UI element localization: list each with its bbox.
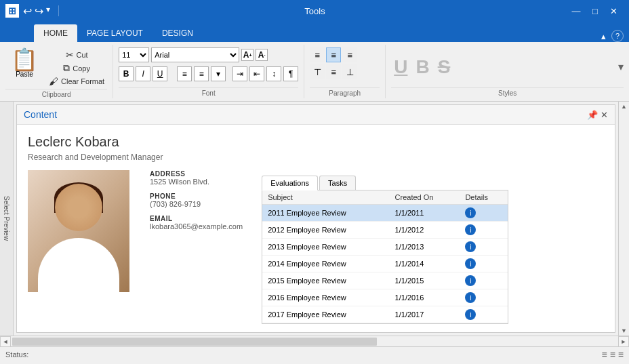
align-vmid-button[interactable]: ≡	[326, 64, 341, 79]
table-row[interactable]: 2011 Employee Review1/1/2011i	[262, 205, 508, 222]
horizontal-scrollbar[interactable]: ◄ ►	[0, 336, 629, 346]
sort-button[interactable]: ↕	[266, 66, 281, 81]
h-scroll-thumb[interactable]	[12, 338, 377, 346]
contact-job-title: Research and Development Manager	[28, 153, 604, 162]
align-left-button[interactable]: ≡	[310, 47, 325, 62]
scroll-up-arrow[interactable]: ▲	[620, 102, 629, 111]
address-block: ADDRESS 1525 Wilson Blvd.	[150, 170, 243, 186]
info-icon[interactable]: i	[465, 309, 476, 320]
contact-details: ADDRESS 1525 Wilson Blvd. PHONE (703) 82…	[28, 170, 604, 329]
view-normal-icon[interactable]: ≡	[601, 349, 607, 360]
row-details: i	[460, 272, 508, 289]
copy-button[interactable]: ⧉ Copy	[46, 62, 107, 75]
help-icon[interactable]: ?	[611, 30, 624, 42]
row-subject: 2015 Employee Review	[262, 272, 389, 289]
quickaccess-dropdown-icon[interactable]: ▾	[46, 5, 50, 18]
tab-page-layout[interactable]: PAGE LAYOUT	[77, 24, 153, 42]
vertical-scrollbar[interactable]: ▲ ▼	[618, 102, 629, 336]
tab-evaluations[interactable]: Evaluations	[262, 176, 318, 190]
close-button[interactable]: ✕	[605, 1, 624, 20]
paragraph-group-label: Paragraph	[310, 87, 380, 98]
font-row-1: 11 Arial A+ A-	[119, 47, 268, 62]
list-bullet-button[interactable]: ≡	[177, 66, 192, 81]
ribbon-minimize-icon[interactable]: ▴	[601, 31, 606, 41]
ribbon-help-area: ▴ ?	[601, 30, 629, 42]
maximize-button[interactable]: □	[586, 1, 605, 20]
clear-format-icon: 🖌	[49, 76, 58, 87]
undo-icon[interactable]: ↩	[23, 5, 32, 18]
scroll-left-arrow[interactable]: ◄	[0, 336, 11, 347]
font-grow-button[interactable]: A+	[241, 49, 253, 61]
content-panel: Content 📌 ✕ Leclerc Kobara Research and …	[16, 104, 615, 333]
col-details: Details	[460, 190, 508, 205]
clipboard-group-label: Clipboard	[5, 89, 107, 100]
info-icon[interactable]: i	[465, 224, 476, 235]
table-row[interactable]: 2015 Employee Review1/1/2015i	[262, 272, 508, 289]
bold-button[interactable]: B	[119, 66, 134, 81]
align-right-button[interactable]: ≡	[342, 47, 357, 62]
styles-more-button[interactable]: ▾	[618, 60, 624, 73]
clipboard-side-buttons: ✂ Cut ⧉ Copy 🖌 Clear Format	[46, 47, 107, 87]
quick-access-toolbar: ↩ ↪ ▾	[23, 5, 50, 18]
pin-button[interactable]: 📌	[587, 110, 598, 120]
table-row[interactable]: 2014 Employee Review1/1/2014i	[262, 256, 508, 272]
align-top-button[interactable]: ⊤	[310, 64, 325, 79]
list-dropdown-button[interactable]: ▾	[211, 66, 226, 81]
list-number-button[interactable]: ≡	[194, 66, 209, 81]
style-s[interactable]: S	[435, 56, 453, 78]
info-icon[interactable]: i	[465, 292, 476, 303]
style-b[interactable]: B	[413, 56, 432, 78]
font-face-select[interactable]: Arial	[151, 47, 239, 62]
tab-home[interactable]: HOME	[34, 24, 77, 42]
tab-design[interactable]: DESIGN	[153, 24, 203, 42]
cut-button[interactable]: ✂ Cut	[46, 49, 107, 61]
table-row[interactable]: 2017 Employee Review1/1/2017i	[262, 306, 508, 323]
row-created-on: 1/1/2011	[390, 205, 460, 222]
row-created-on: 1/1/2015	[390, 272, 460, 289]
underline-button[interactable]: U	[153, 66, 167, 81]
view-reading-icon[interactable]: ≡	[610, 349, 615, 360]
styles-group: U B S ▾ Styles	[386, 45, 629, 98]
email-label: EMAIL	[150, 215, 243, 222]
font-size-select[interactable]: 11	[119, 47, 149, 62]
view-web-icon[interactable]: ≡	[618, 349, 624, 360]
style-u[interactable]: U	[391, 56, 410, 78]
row-details: i	[460, 222, 508, 239]
info-icon[interactable]: i	[465, 258, 476, 269]
close-panel-button[interactable]: ✕	[601, 110, 608, 120]
minimize-button[interactable]: —	[567, 1, 586, 20]
outdent-button[interactable]: ⇤	[249, 66, 264, 81]
table-row[interactable]: 2013 Employee Review1/1/2013i	[262, 239, 508, 256]
content-header: Content 📌 ✕	[17, 105, 615, 125]
row-created-on: 1/1/2016	[390, 289, 460, 306]
italic-button[interactable]: I	[136, 66, 150, 81]
row-subject: 2011 Employee Review	[262, 205, 389, 222]
font-shrink-button[interactable]: A-	[256, 49, 268, 61]
info-icon[interactable]: i	[465, 207, 476, 218]
paste-button[interactable]: 📋 Paste	[5, 47, 43, 79]
ribbon-bar: 📋 Paste ✂ Cut ⧉ Copy 🖌 Clear Format Clip…	[0, 42, 629, 102]
info-icon[interactable]: i	[465, 241, 476, 252]
content-header-buttons: 📌 ✕	[587, 110, 608, 120]
info-icon[interactable]: i	[465, 275, 476, 286]
show-para-button[interactable]: ¶	[283, 66, 298, 81]
col-created-on: Created On	[390, 190, 460, 205]
phone-value: (703) 826-9719	[150, 200, 243, 208]
scroll-right-arrow[interactable]: ►	[618, 336, 629, 347]
row-created-on: 1/1/2014	[390, 256, 460, 272]
align-center-button[interactable]: ≡	[326, 47, 341, 62]
clear-format-button[interactable]: 🖌 Clear Format	[46, 75, 107, 87]
align-bot-button[interactable]: ⊥	[342, 64, 357, 79]
contact-photo	[28, 170, 129, 292]
left-sidebar[interactable]: Select Preview	[0, 102, 14, 336]
paragraph-group: ≡ ≡ ≡ ⊤ ≡ ⊥ Paragraph	[304, 45, 386, 98]
title-bar-left: ⊞ ↩ ↪ ▾	[5, 4, 63, 18]
font-group: 11 Arial A+ A- B I U ≡ ≡ ▾ ⇥ ⇤ ↕ ¶	[113, 45, 304, 98]
eval-table: Subject Created On Details 2011 Employee…	[262, 190, 508, 323]
scroll-down-arrow[interactable]: ▼	[620, 326, 629, 336]
tab-tasks[interactable]: Tasks	[319, 176, 356, 190]
table-row[interactable]: 2012 Employee Review1/1/2012i	[262, 222, 508, 239]
table-row[interactable]: 2016 Employee Review1/1/2016i	[262, 289, 508, 306]
redo-icon[interactable]: ↪	[35, 5, 43, 18]
indent-button[interactable]: ⇥	[232, 66, 247, 81]
